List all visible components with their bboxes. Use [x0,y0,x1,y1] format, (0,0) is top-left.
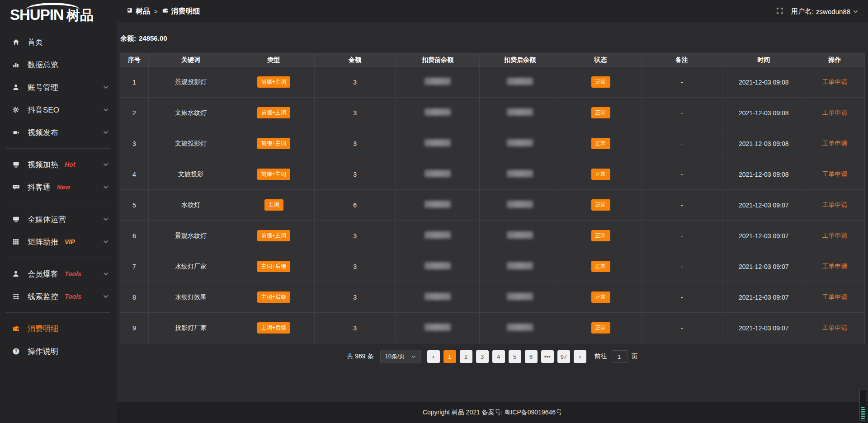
sidebar-item[interactable]: 账号管理 [0,76,117,99]
sidebar-item[interactable]: ? 操作说明 [0,340,117,362]
cell-amount: 3 [314,98,396,128]
sidebar-item[interactable]: 抖音SEO [0,99,117,121]
sidebar: SHUPIN树品 首页 数据总览 [0,0,117,423]
masked-balance-before [425,139,451,146]
fullscreen-icon[interactable] [776,7,783,16]
dashboard-icon [127,7,133,15]
breadcrumb: 树品 > 消费明细 [127,7,200,16]
status-badge: 正常 [591,230,610,241]
breadcrumb-current[interactable]: 消费明细 [162,7,200,16]
sidebar-item[interactable]: 首页 [0,31,117,53]
table-row: 3 文旅投影灯 前缀+主词 3 正常 - 2021-12-03 09:08 工单… [120,128,865,159]
goto-label: 前往 [594,352,607,361]
cell-amount: 3 [314,282,396,313]
table-row: 7 水纹灯厂家 主词+后缀 3 正常 - 2021-12-03 09:07 工单… [120,251,865,282]
page-number-button[interactable]: 3 [476,350,489,363]
sidebar-item[interactable]: 线索监控 Tools [0,285,117,308]
user-name: zswodun88 [816,8,850,15]
work-order-link[interactable]: 工单申请 [822,109,848,116]
user-icon [11,83,21,91]
page-number-button[interactable]: 5 [509,350,521,363]
cell-index: 3 [120,128,149,159]
sidebar-item-label: 视频发布 [28,127,58,138]
scrollbar[interactable] [859,389,866,421]
type-badge: 主词 [264,199,283,211]
cell-amount: 3 [314,221,396,251]
column-header: 扣费前余额 [396,54,480,67]
masked-balance-after [507,201,533,208]
chevron-down-icon [103,217,108,221]
work-order-link[interactable]: 工单申请 [822,232,848,239]
cell-time: 2021-12-03 09:07 [722,282,805,313]
copyright-text: Copyright 树品 2021 备案号: 粤ICP备09019646号 [423,409,562,417]
cell-remark: - [641,98,722,128]
sliders-icon [11,292,21,301]
sidebar-item-label: 首页 [28,37,43,47]
cell-time: 2021-12-03 09:07 [722,313,805,343]
footer: Copyright 树品 2021 备案号: 粤ICP备09019646号 [117,402,868,423]
page-number-button[interactable]: 2 [460,350,472,363]
page-size-select[interactable]: 10条/页 [380,350,421,363]
work-order-link[interactable]: 工单申请 [822,140,848,147]
page-number-button[interactable]: 1 [443,350,456,363]
chevron-down-icon [103,85,108,89]
table-row: 2 文旅水纹灯 前缀+主词 3 正常 - 2021-12-03 09:08 工单… [120,98,865,128]
next-page-button[interactable]: › [574,350,586,363]
masked-balance-after [507,170,533,177]
status-badge: 正常 [591,322,610,334]
work-order-link[interactable]: 工单申请 [822,78,848,85]
work-order-link[interactable]: 工单申请 [822,293,848,301]
cell-index: 7 [120,251,149,282]
cell-keyword: 文旅投影灯 [148,128,233,159]
sidebar-item-label: 操作说明 [28,346,58,357]
cell-amount: 3 [314,128,396,159]
cell-amount: 6 [314,190,396,221]
pagination: 共 969 条 10条/页 ‹ 1 2 3 4 5 6 ••• 97 [120,350,865,363]
sidebar-nav: 首页 数据总览 账号管理 [0,31,117,362]
masked-balance-before [425,170,451,177]
page-number-button[interactable]: ••• [541,350,554,363]
sidebar-item[interactable]: 视频加热 Hot [0,153,117,176]
goto-page-input[interactable] [611,350,628,363]
sidebar-item-label: 数据总览 [28,60,58,70]
cell-keyword: 投影灯厂家 [148,313,233,343]
page-number-button[interactable]: 4 [492,350,505,363]
sidebar-item[interactable]: 视频发布 [0,121,117,144]
logo[interactable]: SHUPIN树品 [0,0,117,28]
cell-index: 6 [120,221,149,251]
column-header: 关键词 [148,54,233,67]
cell-amount: 3 [314,159,396,190]
page-number-button[interactable]: 6 [525,350,538,363]
chevron-down-icon [103,108,108,112]
cell-time: 2021-12-03 09:08 [722,159,805,190]
masked-balance-before [425,231,451,239]
sidebar-item[interactable]: 抖客通 New [0,176,117,198]
cell-remark: - [641,282,722,313]
sidebar-item-badge: Tools [65,293,81,300]
cell-remark: - [641,159,722,190]
masked-balance-after [507,293,533,300]
balance-label: 余额: [120,34,136,42]
prev-page-button[interactable]: ‹ [427,350,440,363]
masked-balance-before [425,201,451,208]
page-number-button[interactable]: 97 [557,350,570,363]
balance-value: 24856.00 [139,34,167,42]
goto-suffix: 页 [632,352,638,361]
work-order-link[interactable]: 工单申请 [822,324,848,331]
sidebar-divider [6,258,110,258]
breadcrumb-home[interactable]: 树品 [127,7,150,16]
video-icon [11,128,21,136]
sidebar-item[interactable]: 数据总览 [0,53,117,76]
sidebar-divider [6,148,110,149]
work-order-link[interactable]: 工单申请 [822,170,848,178]
work-order-link[interactable]: 工单申请 [822,263,848,270]
user-menu[interactable]: 用户名: zswodun88 [791,7,858,16]
sidebar-item[interactable]: 矩阵助推 VIP [0,230,117,253]
sidebar-item[interactable]: 会员爆客 Tools [0,263,117,285]
sidebar-item[interactable]: 全媒体运营 [0,208,117,230]
sidebar-item[interactable]: 消费明细 [0,317,117,340]
work-order-link[interactable]: 工单申请 [822,201,848,208]
table-row: 6 景观水纹灯 前缀+主词 3 正常 - 2021-12-03 09:07 工单… [120,221,865,251]
sidebar-divider [6,203,110,203]
sidebar-item-label: 消费明细 [28,324,58,334]
